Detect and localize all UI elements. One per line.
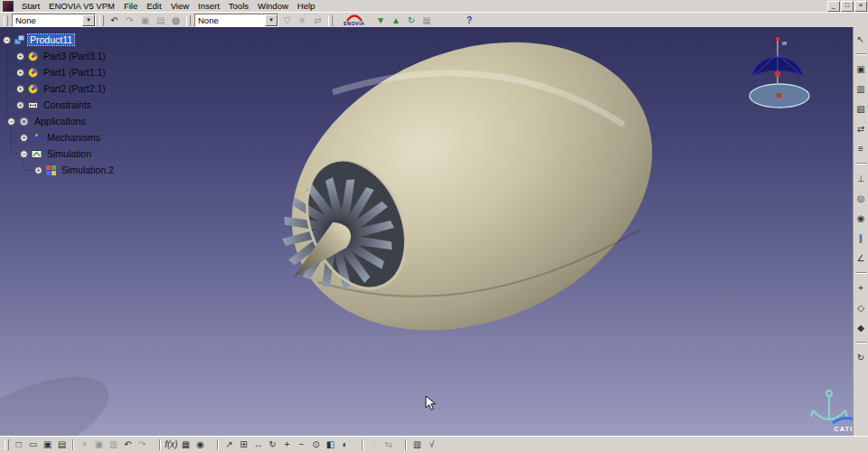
expander-icon[interactable]: +: [34, 166, 42, 174]
paste-icon[interactable]: ▤: [154, 14, 167, 27]
expander-icon[interactable]: +: [20, 134, 28, 142]
expander-icon[interactable]: +: [16, 52, 24, 61]
manipulation-icon[interactable]: +: [854, 282, 867, 294]
print-icon[interactable]: ▤: [55, 438, 69, 451]
hide-show-icon[interactable]: ◌: [367, 438, 381, 451]
zoom-in-icon[interactable]: +: [280, 438, 294, 451]
new-document-icon[interactable]: □: [12, 438, 25, 451]
update-icon[interactable]: ↻: [854, 352, 867, 363]
options-icon[interactable]: ▦: [420, 14, 434, 27]
zoom-out-icon[interactable]: −: [295, 438, 308, 451]
filter-icon[interactable]: ▽: [280, 14, 294, 27]
normal-view-icon[interactable]: ⊙: [309, 438, 323, 451]
expander-icon[interactable]: +: [16, 69, 24, 77]
minimize-button[interactable]: _: [827, 1, 840, 12]
explode-icon[interactable]: ◆: [854, 322, 867, 334]
refresh-icon[interactable]: ↻: [405, 14, 419, 27]
undo-icon[interactable]: ↶: [121, 438, 135, 451]
copy-icon[interactable]: ▣: [92, 438, 106, 451]
tree-item-label[interactable]: Product11: [28, 34, 74, 45]
toolbar-grip[interactable]: [99, 15, 104, 26]
restore-button[interactable]: □: [841, 1, 854, 12]
swap-space-icon[interactable]: ⇆: [382, 438, 395, 451]
formula-icon[interactable]: f(x): [165, 438, 178, 451]
chevron-down-icon[interactable]: ▼: [265, 14, 278, 26]
multi-view-icon[interactable]: ◧: [324, 438, 337, 451]
expander-icon[interactable]: +: [16, 101, 24, 109]
fly-mode-icon[interactable]: ↗: [222, 438, 236, 451]
tree-item-part1[interactable]: + Part1 (Part1.1): [16, 65, 108, 80]
3d-compass[interactable]: w: [740, 33, 816, 116]
tree-item-label[interactable]: Applications: [33, 116, 88, 127]
menu-enovia-v5-vpm[interactable]: ENOVIA V5 VPM: [44, 0, 119, 12]
tree-item-label[interactable]: Part2 (Part2.1): [42, 83, 108, 94]
chevron-down-icon[interactable]: ▼: [82, 14, 95, 26]
menu-view[interactable]: View: [166, 0, 193, 12]
tree-item-label[interactable]: Mechanisms: [45, 132, 102, 143]
help-icon[interactable]: ?: [463, 14, 476, 27]
tree-item-part2[interactable]: + Part2 (Part2.1): [16, 81, 108, 96]
tree-item-applications[interactable]: − Applications: [7, 114, 88, 128]
design-table-icon[interactable]: ▦: [179, 438, 193, 451]
database-save-icon[interactable]: ▼: [374, 14, 388, 27]
tree-item-product11[interactable]: − Product11: [3, 33, 74, 47]
3d-viewport[interactable]: − Product11 + Part3 (Part3.1) + Part1 (P…: [0, 27, 853, 437]
tree-item-constraints[interactable]: + Constraints: [16, 98, 93, 112]
fix-constraint-icon[interactable]: ⊥: [854, 173, 867, 184]
fit-all-icon[interactable]: ⊞: [237, 438, 250, 451]
tree-item-simulation-2[interactable]: + Simulation.2: [34, 163, 116, 177]
rotate-icon[interactable]: ↻: [266, 438, 279, 451]
close-button[interactable]: ×: [854, 1, 867, 12]
redo-icon[interactable]: ↷: [123, 14, 137, 27]
tree-item-part3[interactable]: + Part3 (Part3.1): [16, 49, 108, 63]
menu-file[interactable]: File: [119, 0, 142, 12]
cut-icon[interactable]: ×: [78, 438, 91, 451]
angle-constraint-icon[interactable]: ∠: [854, 252, 867, 264]
database-icon[interactable]: ▥: [410, 438, 424, 451]
menu-insert[interactable]: Insert: [193, 0, 224, 12]
tree-item-label[interactable]: Part1 (Part1.1): [42, 67, 108, 78]
insert-part-icon[interactable]: ▧: [854, 103, 867, 115]
catalog-icon[interactable]: ◉: [193, 438, 207, 451]
coincidence-constraint-icon[interactable]: ◎: [854, 193, 867, 204]
list-icon[interactable]: ≡: [296, 14, 309, 27]
toolbar-grip[interactable]: [4, 15, 8, 26]
save-icon[interactable]: ▣: [41, 438, 54, 451]
graph-reorder-icon[interactable]: ≡: [854, 143, 867, 155]
tree-item-mechanisms[interactable]: + Mechanisms: [20, 130, 102, 145]
pan-icon[interactable]: ↔: [251, 438, 265, 451]
menu-tools[interactable]: Tools: [224, 0, 253, 12]
menu-help[interactable]: Help: [293, 0, 320, 12]
select-icon[interactable]: ↖: [854, 33, 867, 45]
knowledge-check-icon[interactable]: √: [425, 438, 439, 451]
redo-icon[interactable]: ↷: [136, 438, 149, 451]
shading-icon[interactable]: ◐: [338, 438, 352, 451]
tree-item-simulation[interactable]: − Simulation: [20, 146, 93, 161]
database-sync-icon[interactable]: ▲: [390, 14, 403, 27]
product-structure-icon[interactable]: ▣: [854, 63, 867, 75]
search-icon[interactable]: ◎: [169, 14, 183, 27]
expander-icon[interactable]: −: [3, 36, 11, 44]
expander-icon[interactable]: +: [16, 85, 24, 93]
offset-constraint-icon[interactable]: ∥: [854, 232, 867, 244]
toolbar-grip[interactable]: [186, 15, 191, 26]
paste-icon[interactable]: ▥: [107, 438, 120, 451]
tools-palette-dropdown[interactable]: None ▼: [12, 14, 96, 27]
tree-item-label[interactable]: Constraints: [42, 99, 93, 110]
snap-icon[interactable]: ◇: [854, 302, 867, 314]
toolbar-grip[interactable]: [5, 439, 9, 450]
open-icon[interactable]: ▭: [26, 438, 40, 451]
selection-filter-dropdown[interactable]: None ▼: [194, 14, 278, 27]
menu-window[interactable]: Window: [253, 0, 293, 12]
expander-icon[interactable]: −: [7, 118, 15, 126]
copy-icon[interactable]: ▣: [138, 14, 152, 27]
insert-component-icon[interactable]: ▥: [854, 83, 867, 95]
expander-icon[interactable]: −: [20, 150, 28, 158]
replace-component-icon[interactable]: ⇄: [854, 123, 867, 135]
tree-item-label[interactable]: Simulation.2: [60, 165, 116, 175]
link-icon[interactable]: ⇄: [311, 14, 325, 27]
menu-edit[interactable]: Edit: [142, 0, 165, 12]
contact-constraint-icon[interactable]: ◉: [854, 212, 867, 224]
tree-item-label[interactable]: Part3 (Part3.1): [42, 51, 108, 61]
toolbar-grip[interactable]: [328, 15, 333, 26]
